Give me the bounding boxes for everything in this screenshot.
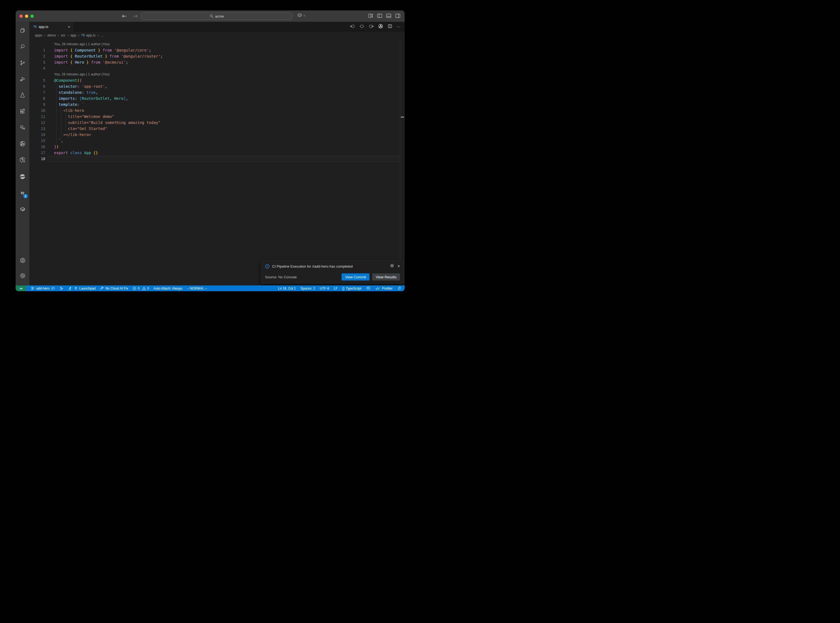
split-editor-action[interactable]: [387, 24, 393, 30]
line-number: 10: [29, 107, 45, 114]
git-branch-item[interactable]: add-hero: [31, 286, 55, 290]
language-mode-item[interactable]: {}TypeScript: [342, 287, 362, 290]
activity-nx-graph-search[interactable]: [18, 155, 28, 165]
command-center-search[interactable]: acme: [141, 12, 292, 20]
container-icon: [20, 206, 26, 212]
auto-attach-item[interactable]: Auto Attach: Always: [154, 287, 183, 290]
git-graph-icon: [60, 286, 64, 290]
graph-circle-icon: [378, 23, 384, 29]
nav-forward-action[interactable]: [369, 24, 374, 30]
activity-search[interactable]: [18, 42, 28, 52]
notification-settings-button[interactable]: [390, 264, 394, 269]
code-line: 1import { Component } from '@angular/cor…: [29, 47, 405, 53]
notifications-bell-item[interactable]: [397, 286, 401, 290]
code-line: 9 template: `: [29, 101, 405, 107]
arrow-right-icon: [133, 14, 138, 18]
circle-dash-icon: [359, 24, 365, 29]
nx-cloud-ai-fix-item[interactable]: Nx Cloud AI Fix: [100, 286, 128, 290]
code-line: 16}): [29, 144, 405, 150]
graph-search-icon: [19, 157, 26, 163]
split-editor-icon: [387, 24, 393, 29]
indent-guide: [56, 83, 57, 144]
zoom-window-button[interactable]: [31, 15, 34, 18]
vim-mode-indicator[interactable]: -- NORMAL --: [187, 287, 207, 290]
toggle-secondary-sidebar-button[interactable]: [395, 14, 400, 18]
copilot-status-item[interactable]: [366, 286, 371, 290]
close-window-button[interactable]: [20, 15, 23, 18]
code-line: 12 subtitle="Build something amazing tod…: [29, 120, 405, 126]
eol-item[interactable]: LF: [334, 287, 338, 290]
line-number: 13: [29, 126, 45, 132]
line-number: 12: [29, 120, 45, 126]
line-number: 3: [29, 59, 45, 65]
code-line: 15 `,: [29, 138, 405, 144]
breadcrumb-file[interactable]: TSapp.ts: [81, 34, 95, 37]
breadcrumb-item[interactable]: src: [61, 34, 66, 37]
nav-back-action[interactable]: [350, 24, 355, 30]
breadcrumb: apps › demo › src › app › TSapp.ts › …: [29, 32, 405, 39]
code-line: 7 standalone: true,: [29, 89, 405, 95]
minimize-window-button[interactable]: [25, 15, 28, 18]
code-line: 6 selector: 'app-root',: [29, 83, 405, 89]
problems-item[interactable]: 0 0: [132, 287, 149, 290]
activity-source-control[interactable]: [18, 58, 28, 68]
breadcrumb-item[interactable]: demo: [47, 34, 56, 37]
breadcrumb-item[interactable]: app: [71, 34, 76, 37]
git-graph-item[interactable]: [60, 286, 64, 290]
activity-run-debug[interactable]: [18, 74, 28, 84]
activity-account[interactable]: [18, 255, 28, 265]
graph-circle-icon: [19, 140, 26, 147]
indent-guide: [61, 107, 61, 138]
activity-settings[interactable]: [18, 271, 28, 281]
circle-dash-action[interactable]: [359, 24, 365, 30]
activity-testing[interactable]: [18, 90, 28, 100]
overview-ruler[interactable]: [400, 39, 405, 285]
arrow-left-icon: [122, 14, 127, 18]
activity-extensions[interactable]: [18, 106, 28, 116]
more-actions-button[interactable]: ⋯: [396, 25, 401, 29]
history-forward-button[interactable]: [132, 13, 138, 20]
activity-explorer[interactable]: [18, 26, 28, 35]
activity-nx-project-graph[interactable]: [18, 139, 28, 149]
indentation-item[interactable]: Spaces: 2: [300, 287, 315, 290]
copilot-menu[interactable]: ⌄: [297, 13, 306, 18]
activity-nx-console[interactable]: N› 2: [18, 188, 28, 198]
blame-annotation: You, 26 minutes ago | 1 author (You): [29, 41, 405, 47]
history-back-button[interactable]: [121, 13, 127, 20]
code-line: 4: [29, 65, 405, 71]
overview-ruler-marker: [401, 117, 404, 118]
remote-indicator[interactable]: ><: [15, 285, 26, 291]
circle-arrow-right-icon: [369, 24, 374, 29]
panel-left-icon: [377, 14, 382, 18]
breadcrumb-item[interactable]: apps: [35, 34, 42, 37]
status-bar: >< add-hero Launchpad Nx Cloud AI Fix 0 …: [15, 285, 405, 291]
toggle-primary-sidebar-button[interactable]: [377, 14, 382, 18]
blame-annotation: You, 26 minutes ago | 1 author (You): [29, 71, 405, 77]
launchpad-item[interactable]: Launchpad: [68, 286, 95, 291]
breadcrumb-symbol-more[interactable]: …: [100, 34, 104, 37]
prettier-item[interactable]: Prettier: [375, 287, 393, 290]
toggle-panel-button[interactable]: [386, 14, 391, 18]
chevron-right-icon: ›: [78, 33, 79, 37]
cursor-position-item[interactable]: Ln 18, Col 1: [278, 287, 296, 290]
activity-containers[interactable]: [18, 204, 28, 214]
line-number: 7: [29, 89, 45, 95]
notification-close-button[interactable]: ×: [398, 264, 400, 269]
nx-graph-action[interactable]: [378, 23, 384, 30]
line-number: 11: [29, 114, 45, 120]
line-number: 4: [29, 65, 45, 71]
close-tab-icon[interactable]: ×: [68, 25, 70, 29]
activity-project-structure[interactable]: [18, 123, 28, 132]
customize-layout-button[interactable]: [368, 14, 373, 18]
activity-swirl-extension[interactable]: [18, 172, 28, 181]
rocket-icon: [68, 286, 72, 291]
view-commit-button[interactable]: View Commit: [341, 273, 370, 281]
panel-right-icon: [395, 14, 400, 18]
view-results-button[interactable]: View Results: [372, 273, 400, 281]
encoding-item[interactable]: UTF-8: [320, 287, 329, 290]
notification-source: Source: Nx Console: [265, 275, 339, 279]
line-number: 5: [29, 77, 45, 83]
tab-app-ts[interactable]: TS app.ts ×: [29, 22, 73, 32]
code-line: 17export class App {}: [29, 150, 405, 156]
code-editor[interactable]: You, 26 minutes ago | 1 author (You)1imp…: [29, 39, 405, 285]
